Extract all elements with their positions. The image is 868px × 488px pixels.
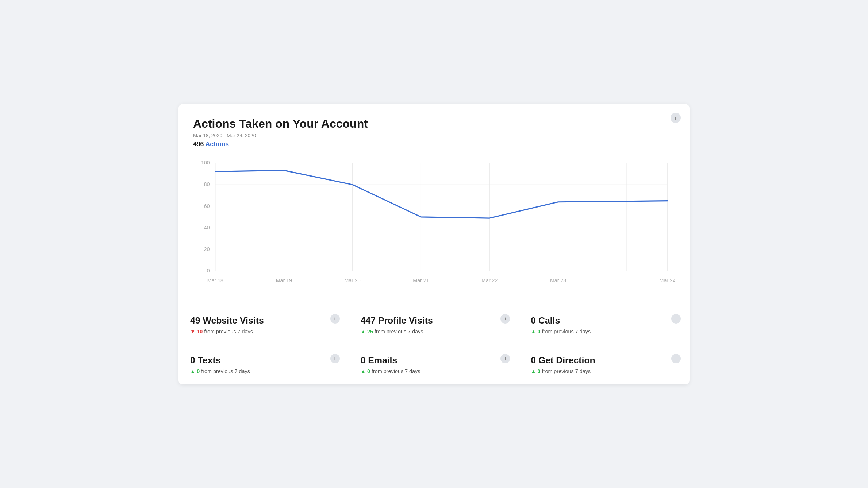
stat-change-calls: 0 from previous 7 days bbox=[531, 329, 678, 334]
change-text-profile: from previous 7 days bbox=[375, 329, 423, 334]
info-icon-get-direction[interactable]: i bbox=[671, 354, 681, 363]
stat-website-visits: i 49 Website Visits 10 from previous 7 d… bbox=[178, 305, 349, 345]
info-icon-profile-visits[interactable]: i bbox=[500, 314, 510, 324]
chart-section: i Actions Taken on Your Account Mar 18, … bbox=[178, 104, 690, 305]
svg-text:20: 20 bbox=[204, 246, 210, 252]
line-chart: 100 80 60 40 20 0 Mar 18 Mar 19 Mar 20 M… bbox=[193, 155, 675, 294]
stat-title-texts: 0 Texts bbox=[190, 355, 337, 365]
change-text-calls: from previous 7 days bbox=[542, 329, 591, 334]
info-icon-website-visits[interactable]: i bbox=[330, 314, 340, 324]
svg-text:Mar 20: Mar 20 bbox=[345, 278, 361, 283]
svg-text:Mar 23: Mar 23 bbox=[550, 278, 566, 283]
stat-change-texts: 0 from previous 7 days bbox=[190, 368, 337, 374]
stat-get-direction: i 0 Get Direction 0 from previous 7 days bbox=[519, 345, 690, 384]
stat-change-emails: 0 from previous 7 days bbox=[361, 368, 507, 374]
actions-summary: 496 Actions bbox=[193, 140, 675, 148]
stat-title-website-visits: 49 Website Visits bbox=[190, 315, 337, 326]
svg-text:Mar 22: Mar 22 bbox=[481, 278, 498, 283]
change-num-calls: 0 bbox=[538, 329, 541, 334]
svg-text:40: 40 bbox=[204, 224, 210, 230]
actions-count: 496 bbox=[193, 140, 204, 148]
stats-grid: i 49 Website Visits 10 from previous 7 d… bbox=[178, 305, 690, 384]
page-title: Actions Taken on Your Account bbox=[193, 117, 675, 131]
stat-profile-visits: i 447 Profile Visits 25 from previous 7 … bbox=[349, 305, 519, 345]
date-range: Mar 18, 2020 - Mar 24, 2020 bbox=[193, 133, 675, 138]
stat-title-get-direction: 0 Get Direction bbox=[531, 355, 678, 365]
svg-text:Mar 24: Mar 24 bbox=[660, 278, 675, 283]
svg-text:100: 100 bbox=[201, 160, 210, 166]
stat-change-website-visits: 10 from previous 7 days bbox=[190, 329, 337, 334]
stat-calls: i 0 Calls 0 from previous 7 days bbox=[519, 305, 690, 345]
chart-svg: 100 80 60 40 20 0 Mar 18 Mar 19 Mar 20 M… bbox=[193, 155, 675, 294]
change-text-website: from previous 7 days bbox=[204, 329, 253, 334]
change-num-get-direction: 0 bbox=[538, 368, 541, 374]
change-text-emails: from previous 7 days bbox=[372, 368, 420, 374]
change-text-texts: from previous 7 days bbox=[201, 368, 250, 374]
stat-title-profile-visits: 447 Profile Visits bbox=[361, 315, 507, 326]
stat-texts: i 0 Texts 0 from previous 7 days bbox=[178, 345, 349, 384]
stat-change-profile-visits: 25 from previous 7 days bbox=[361, 329, 507, 334]
main-card: i Actions Taken on Your Account Mar 18, … bbox=[178, 104, 690, 384]
change-num-website: 10 bbox=[197, 329, 203, 334]
arrow-down-icon bbox=[190, 329, 195, 334]
svg-text:Mar 18: Mar 18 bbox=[207, 278, 223, 283]
svg-text:Mar 21: Mar 21 bbox=[413, 278, 429, 283]
stat-title-calls: 0 Calls bbox=[531, 315, 678, 326]
stat-change-get-direction: 0 from previous 7 days bbox=[531, 368, 678, 374]
svg-text:60: 60 bbox=[204, 203, 210, 209]
stat-emails: i 0 Emails 0 from previous 7 days bbox=[349, 345, 519, 384]
arrow-up-icon-emails bbox=[361, 368, 366, 374]
arrow-up-icon-get-direction bbox=[531, 368, 536, 374]
arrow-up-icon-profile bbox=[361, 329, 366, 334]
actions-label: Actions bbox=[206, 140, 229, 148]
info-icon-texts[interactable]: i bbox=[330, 354, 340, 363]
svg-text:Mar 19: Mar 19 bbox=[276, 278, 292, 283]
svg-text:80: 80 bbox=[204, 181, 210, 187]
info-button-top[interactable]: i bbox=[671, 113, 681, 123]
info-icon-emails[interactable]: i bbox=[500, 354, 510, 363]
change-num-profile: 25 bbox=[367, 329, 373, 334]
svg-text:0: 0 bbox=[207, 267, 210, 273]
stat-title-emails: 0 Emails bbox=[361, 355, 507, 365]
change-num-texts: 0 bbox=[197, 368, 200, 374]
change-num-emails: 0 bbox=[367, 368, 370, 374]
arrow-up-icon-texts bbox=[190, 368, 195, 374]
info-icon-calls[interactable]: i bbox=[671, 314, 681, 324]
change-text-get-direction: from previous 7 days bbox=[542, 368, 591, 374]
chart-line bbox=[215, 170, 668, 218]
arrow-up-icon-calls bbox=[531, 329, 536, 334]
